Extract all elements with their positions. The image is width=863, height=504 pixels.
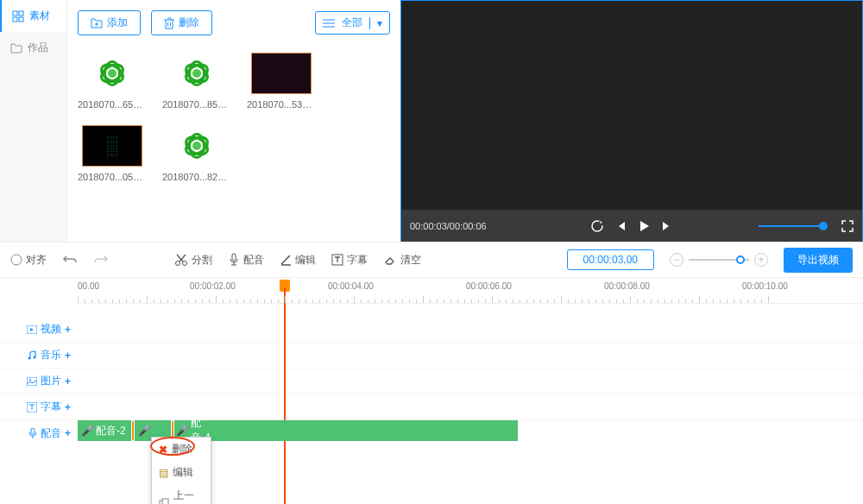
edit-icon: ▤: [159, 467, 168, 479]
menu-delete[interactable]: ✖ 删除: [152, 438, 211, 461]
ruler-label: 00.00: [78, 281, 99, 291]
add-subtitle-track-button[interactable]: 字幕 +: [0, 400, 78, 414]
pencil-icon: [280, 254, 292, 266]
track-voice: 配音 + 🎤 配音-2 🎤 🎤 配音-4: [0, 420, 863, 446]
svg-point-6: [176, 261, 180, 266]
menu-edit[interactable]: ▤ 编辑: [152, 461, 211, 484]
media-item[interactable]: 2018070...826.mp4: [162, 125, 231, 182]
media-toolbar: 添加 删除 全部 ▾: [78, 10, 390, 35]
mic-icon: 🎤: [81, 425, 94, 437]
eraser-icon: [383, 254, 397, 266]
media-filename: 2018070...826.mp4: [162, 172, 231, 182]
media-item[interactable]: 2018070...857.mp4: [162, 53, 231, 110]
ruler-label: 00:00:08.00: [604, 281, 650, 291]
media-grid: 2018070...653.mp4 2018070...857.mp4 2018…: [78, 53, 390, 182]
grid-icon: [12, 10, 24, 22]
folder-icon: [10, 43, 22, 54]
mic-icon: [228, 253, 240, 267]
svg-point-11: [28, 356, 30, 359]
media-filename: 2018070...536.mp4: [247, 99, 316, 110]
play-button[interactable]: [637, 219, 651, 233]
align-button[interactable]: 对齐: [10, 253, 47, 268]
audio-clip[interactable]: 🎤: [135, 425, 169, 437]
menu-layer-up[interactable]: 上一层: [152, 484, 211, 504]
chevron-down-icon: ▾: [369, 17, 382, 29]
add-image-track-button[interactable]: 图片 +: [0, 374, 78, 388]
mic-icon: [28, 428, 37, 439]
svg-point-14: [29, 379, 31, 381]
sidebar-tab-material[interactable]: 素材: [0, 0, 66, 32]
add-folder-icon: [91, 18, 103, 28]
clear-button[interactable]: 清空: [383, 253, 421, 268]
media-filename: 2018070...857.mp4: [162, 99, 231, 110]
add-music-track-button[interactable]: 音乐 +: [0, 348, 78, 362]
ruler-label: 00:00:04.00: [328, 281, 374, 291]
thumbnail: [167, 125, 227, 167]
mic-icon: 🎤: [138, 425, 151, 437]
list-icon: [323, 19, 335, 28]
thumbnail: :: ::: :::: ::: :::: ::: :::: ::: :::: :…: [82, 125, 142, 167]
tab-label: 作品: [28, 41, 48, 55]
audio-clip[interactable]: 🎤 配音-2: [78, 424, 131, 438]
delete-button[interactable]: 删除: [151, 10, 212, 35]
record-button[interactable]: 配音: [228, 253, 264, 268]
add-video-track-button[interactable]: 视频 +: [0, 322, 78, 337]
next-button[interactable]: [661, 220, 673, 232]
zoom-in-button[interactable]: +: [754, 253, 768, 267]
time-display: 00:00:03/00:00:06: [410, 221, 487, 231]
editor-toolbar: 对齐 分割 配音 编辑 字幕 清空 00:00:03,00 − + 导出视频: [0, 242, 863, 278]
ruler[interactable]: 00.00 00:00:02.00 00:00:04.00 00:00:06.0…: [78, 278, 863, 304]
layer-up-icon: [159, 498, 169, 504]
add-voice-track-button[interactable]: 配音 +: [0, 426, 78, 441]
split-button[interactable]: 分割: [174, 253, 212, 268]
timeline: 00.00 00:00:02.00 00:00:04.00 00:00:06.0…: [0, 278, 863, 502]
text-icon: [331, 254, 343, 266]
track-music: 音乐 +: [0, 343, 863, 369]
svg-rect-8: [232, 254, 236, 261]
prev-button[interactable]: [614, 220, 627, 232]
image-icon: [27, 377, 37, 386]
media-panel: 添加 删除 全部 ▾ 2018070...653.mp4: [67, 0, 400, 242]
video-icon: [27, 325, 37, 334]
export-button[interactable]: 导出视频: [784, 248, 853, 273]
svg-rect-16: [31, 428, 35, 434]
zoom-out-button[interactable]: −: [670, 253, 683, 267]
time-input[interactable]: 00:00:03,00: [567, 249, 654, 270]
media-item[interactable]: 2018070...536.mp4: [247, 53, 316, 110]
fullscreen-button[interactable]: [841, 220, 854, 232]
tab-label: 素材: [29, 9, 50, 23]
sidebar: 素材 作品: [0, 0, 67, 242]
edit-button[interactable]: 编辑: [280, 253, 316, 268]
media-item[interactable]: :: ::: :::: ::: :::: ::: :::: ::: :::: :…: [78, 125, 147, 182]
add-button[interactable]: 添加: [78, 10, 141, 35]
svg-point-7: [183, 261, 187, 266]
thumbnail: [251, 53, 312, 94]
undo-button[interactable]: [62, 254, 78, 266]
zoom-slider[interactable]: [689, 259, 749, 261]
subtitle-button[interactable]: 字幕: [331, 253, 368, 268]
context-menu: ✖ 删除 ▤ 编辑 上一层 下一层: [151, 437, 211, 504]
thumbnail: [167, 53, 227, 94]
volume-slider[interactable]: [759, 225, 828, 227]
preview-panel: 00:00:03/00:00:06: [400, 0, 863, 242]
audio-clips[interactable]: 🎤 配音-2 🎤 🎤 配音-4: [78, 420, 518, 441]
svg-rect-3: [19, 17, 23, 22]
redo-button[interactable]: [93, 254, 109, 266]
ruler-label: 00:00:06.00: [466, 281, 512, 291]
mic-icon: 🎤: [176, 425, 189, 437]
track-video: 视频 +: [0, 317, 863, 343]
x-icon: ✖: [159, 444, 167, 456]
filter-dropdown[interactable]: 全部 ▾: [315, 11, 390, 35]
svg-point-5: [11, 255, 22, 265]
loop-button[interactable]: [590, 219, 604, 233]
track-image: 图片 +: [0, 369, 863, 394]
preview-video[interactable]: [401, 1, 862, 210]
media-item[interactable]: 2018070...653.mp4: [78, 53, 147, 110]
zoom-controls: − +: [670, 253, 768, 267]
svg-rect-0: [13, 11, 17, 16]
svg-rect-2: [13, 17, 17, 22]
svg-point-12: [33, 356, 35, 358]
track-subtitle: 字幕 +: [0, 394, 863, 420]
svg-rect-1: [19, 11, 23, 16]
sidebar-tab-works[interactable]: 作品: [0, 32, 66, 64]
